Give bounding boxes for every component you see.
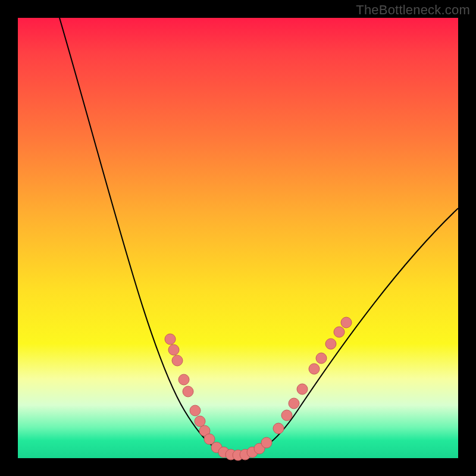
data-marker [183, 386, 193, 397]
data-marker [172, 355, 183, 366]
chart-svg [18, 18, 458, 458]
data-marker [165, 334, 176, 345]
data-marker [289, 398, 299, 409]
marker-group [165, 317, 352, 461]
data-marker [316, 353, 327, 364]
data-marker [341, 317, 352, 328]
data-marker [195, 416, 205, 427]
data-marker [168, 345, 179, 355]
bottleneck-curve [60, 18, 458, 455]
data-marker [190, 405, 201, 416]
data-marker [297, 384, 308, 394]
data-marker [273, 423, 284, 434]
data-marker [309, 364, 320, 374]
chart-frame: TheBottleneck.com [0, 0, 476, 476]
watermark-text: TheBottleneck.com [356, 2, 470, 18]
data-marker [261, 437, 272, 448]
plot-area [18, 18, 458, 458]
data-marker [325, 339, 336, 349]
data-marker [178, 374, 189, 385]
data-marker [334, 327, 345, 337]
data-marker [281, 410, 292, 421]
data-marker [204, 434, 215, 444]
